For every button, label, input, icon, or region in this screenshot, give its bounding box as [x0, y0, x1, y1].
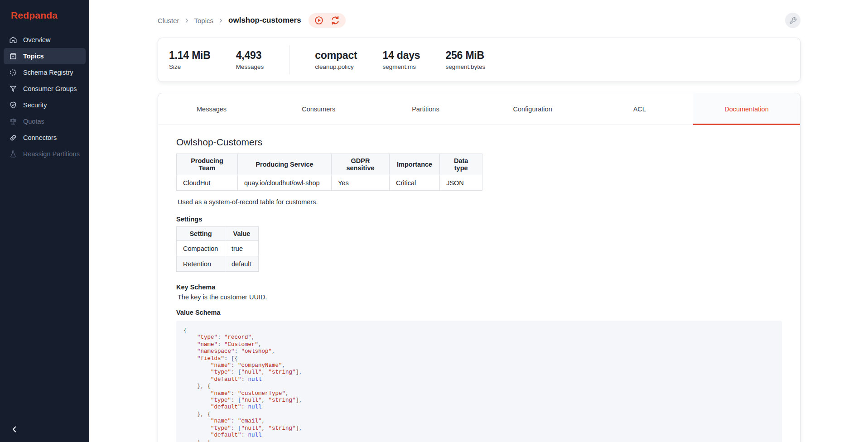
doc-heading: Owlshop-Customers [176, 137, 782, 148]
home-icon [9, 36, 17, 44]
sidebar-item-label: Security [23, 101, 47, 109]
doc-description: Used as a system-of-record table for cus… [176, 198, 782, 206]
settings-table: Setting Value Compaction true Retention … [176, 226, 259, 272]
stat-segment-bytes: 256 MiB segment.bytes [445, 49, 485, 70]
topics-icon [9, 52, 17, 60]
table-row: Compaction true [177, 241, 259, 256]
sidebar-item-security[interactable]: Security [4, 97, 86, 113]
col-header: Setting [177, 227, 225, 241]
stat-label: cleanup.policy [315, 63, 357, 70]
tab-partitions[interactable]: Partitions [372, 93, 479, 125]
sidebar-item-label: Consumer Groups [23, 85, 77, 92]
refresh-icon[interactable] [330, 15, 340, 25]
cell: true [225, 241, 259, 256]
page-header: Cluster Topics owlshop-customers [158, 13, 800, 28]
topic-tabs: Messages Consumers Partitions Configurat… [158, 93, 800, 125]
sidebar-item-label: Topics [23, 53, 44, 60]
sidebar-item-quotas: Quotas [4, 113, 86, 130]
tab-configuration[interactable]: Configuration [479, 93, 586, 125]
sidebar-item-consumer-groups[interactable]: Consumer Groups [4, 81, 86, 97]
stat-value: compact [315, 49, 357, 62]
topic-actions-pill [309, 13, 346, 28]
breadcrumb-cluster[interactable]: Cluster [158, 17, 179, 24]
tab-consumers[interactable]: Consumers [265, 93, 372, 125]
security-icon [9, 101, 17, 109]
reassign-partitions-icon [9, 150, 17, 158]
preferences-button[interactable] [785, 13, 800, 28]
schema-registry-icon [9, 68, 17, 77]
key-schema-heading: Key Schema [176, 283, 782, 291]
table-row: CloudHut quay.io/cloudhut/owl-shop Yes C… [177, 175, 482, 191]
consumer-groups-icon [9, 85, 17, 93]
cell: Compaction [177, 241, 225, 256]
sidebar-item-label: Schema Registry [23, 69, 73, 76]
connectors-icon [9, 134, 17, 142]
stat-segment-ms: 14 days segment.ms [382, 49, 420, 70]
stat-label: Size [169, 63, 211, 70]
stat-label: segment.ms [382, 63, 420, 70]
stat-value: 14 days [382, 49, 420, 62]
collapse-sidebar-icon[interactable] [8, 423, 21, 436]
sidebar-item-connectors[interactable]: Connectors [4, 130, 86, 146]
value-schema-code: { "type": "record", "name": "Customer", … [176, 321, 782, 442]
sidebar: Redpanda Overview Topics Schema Registry… [0, 0, 89, 442]
stat-value: 4,493 [236, 49, 264, 62]
chevron-right-icon [183, 17, 190, 24]
chevron-right-icon [217, 17, 224, 24]
sidebar-item-overview[interactable]: Overview [4, 32, 86, 48]
tab-messages[interactable]: Messages [158, 93, 265, 125]
table-row: Retention default [177, 256, 259, 272]
col-header: Data type [440, 154, 482, 175]
stat-value: 256 MiB [445, 49, 485, 62]
col-header: Producing Team [177, 154, 238, 175]
sidebar-item-reassign-partitions: Reassign Partitions [4, 146, 86, 162]
cell: Retention [177, 256, 225, 272]
col-header: GDPR sensitive [332, 154, 390, 175]
stat-value: 1.14 MiB [169, 49, 211, 62]
col-header: Importance [390, 154, 440, 175]
sidebar-item-schema-registry[interactable]: Schema Registry [4, 64, 86, 81]
page-title: owlshop-customers [228, 16, 301, 25]
wrench-icon [789, 17, 797, 24]
stat-size: 1.14 MiB Size [169, 49, 211, 70]
tab-acl[interactable]: ACL [586, 93, 693, 125]
settings-heading: Settings [176, 216, 782, 223]
topic-stats-card: 1.14 MiB Size 4,493 Messages compact cle… [158, 38, 800, 82]
col-header: Value [225, 227, 259, 241]
cell: Yes [332, 175, 390, 191]
sidebar-footer [0, 423, 89, 442]
stat-label: Messages [236, 63, 264, 70]
col-header: Producing Service [238, 154, 332, 175]
cell: CloudHut [177, 175, 238, 191]
key-schema-text: The key is the customer UUID. [176, 293, 782, 301]
redpanda-logo: Redpanda [0, 0, 89, 32]
cell: quay.io/cloudhut/owl-shop [238, 175, 332, 191]
stat-label: segment.bytes [445, 63, 485, 70]
produce-record-icon[interactable] [314, 15, 324, 25]
sidebar-item-topics[interactable]: Topics [4, 48, 86, 64]
tab-documentation[interactable]: Documentation [693, 93, 800, 125]
sidebar-item-label: Quotas [23, 118, 44, 125]
breadcrumb-topics[interactable]: Topics [194, 17, 214, 24]
quotas-icon [9, 117, 17, 125]
sidebar-item-label: Overview [23, 36, 50, 43]
stat-cleanup-policy: compact cleanup.policy [315, 49, 357, 70]
doc-metadata-table: Producing Team Producing Service GDPR se… [176, 154, 482, 191]
main-content: Cluster Topics owlshop-customers [89, 0, 868, 442]
sidebar-item-label: Connectors [23, 134, 57, 141]
sidebar-item-label: Reassign Partitions [23, 150, 80, 158]
cell: JSON [440, 175, 482, 191]
cell: default [225, 256, 259, 272]
value-schema-heading: Value Schema [176, 309, 782, 316]
stat-messages: 4,493 Messages [236, 49, 264, 70]
cell: Critical [390, 175, 440, 191]
sidebar-nav: Overview Topics Schema Registry Consumer… [0, 32, 89, 162]
topic-detail-card: Messages Consumers Partitions Configurat… [158, 93, 800, 442]
documentation-panel: Owlshop-Customers Producing Team Produci… [158, 125, 800, 442]
stats-divider [289, 45, 289, 74]
